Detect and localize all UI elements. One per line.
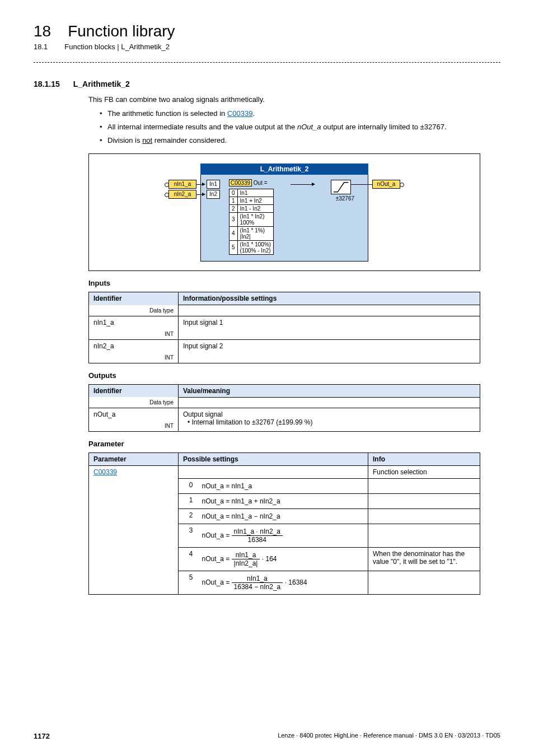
p4-post: · 164 bbox=[260, 555, 277, 563]
arrow-out bbox=[351, 184, 372, 185]
ft-3-t: (In1 * In2) 100% bbox=[237, 212, 274, 226]
chapter-header: 18 Function library bbox=[34, 22, 500, 40]
ft-4-n: 4 bbox=[229, 226, 238, 240]
in1-id: nIn1_a bbox=[89, 316, 179, 329]
ft-0-t: In1 bbox=[237, 189, 274, 197]
subsection-row: 18.1 Function blocks | L_Arithmetik_2 bbox=[34, 43, 500, 51]
ft-5-n: 5 bbox=[229, 240, 238, 254]
out1-desc-sub: • Internal limitation to ±32767 (±199.99… bbox=[183, 418, 313, 426]
p0-f: nOut_a = nIn1_a bbox=[198, 479, 368, 494]
page-number: 1172 bbox=[34, 732, 50, 740]
param-blank bbox=[179, 466, 368, 479]
param-funcsel: Function selection bbox=[368, 466, 480, 479]
p3-pre: nOut_a = bbox=[202, 531, 232, 539]
chapter-number: 18 bbox=[34, 22, 51, 40]
blank2 bbox=[179, 397, 480, 408]
diagram-frame: L_Arithmetik_2 nIn1_a nIn2_a In1 In2 C00… bbox=[88, 153, 480, 271]
inputs-table: Identifier Information/possible settings… bbox=[88, 292, 480, 363]
p3-den: 16384 bbox=[232, 536, 283, 544]
p2-n: 2 bbox=[179, 509, 198, 524]
in2-id: nIn2_a bbox=[89, 339, 179, 352]
out-header: C00339 Out = bbox=[229, 180, 268, 186]
outputs-heading: Outputs bbox=[88, 371, 500, 380]
function-table: 0In1 1In1 + In2 2In1 - In2 3(In1 * In2) … bbox=[229, 189, 274, 255]
outputs-table: Identifier Value/meaning Data type nOut_… bbox=[88, 384, 480, 432]
p4-pre: nOut_a = bbox=[202, 555, 232, 563]
p3-f: nOut_a = nIn1_a · nIn2_a16384 bbox=[198, 524, 368, 548]
bullet-3-u: not bbox=[142, 136, 152, 144]
p0-n: 0 bbox=[179, 479, 198, 494]
ft-0-n: 0 bbox=[229, 189, 238, 197]
p3-num: nIn1_a · nIn2_a bbox=[232, 528, 283, 536]
ft-3-n: 3 bbox=[229, 212, 238, 226]
out-eq: Out = bbox=[254, 180, 268, 186]
p3-n: 3 bbox=[179, 524, 198, 548]
link-c00339-2[interactable]: C00339 bbox=[93, 468, 117, 476]
chapter-title: Function library bbox=[68, 22, 175, 40]
ft-1-t: In1 + In2 bbox=[237, 197, 274, 204]
arrow-to-limiter bbox=[291, 184, 313, 185]
out1-dt: INT bbox=[89, 421, 179, 432]
p1-n: 1 bbox=[179, 494, 198, 509]
limiter-icon bbox=[331, 180, 351, 194]
section-heading: 18.1.15 L_Arithmetik_2 bbox=[34, 80, 500, 88]
in1-dt: INT bbox=[89, 329, 179, 340]
p5-den: 16384 − nIn2_a bbox=[232, 583, 283, 591]
bullet-3-post: remainder considered. bbox=[152, 136, 227, 144]
ft-4-t: (In1 * 1%) |In2| bbox=[237, 226, 274, 240]
param-code-cell: C00339 bbox=[89, 466, 179, 595]
arrow-in1-head bbox=[202, 183, 205, 186]
p4-frac: nIn1_a|nIn2_a| bbox=[232, 551, 260, 567]
th-possible: Possible settings bbox=[179, 453, 368, 466]
p1-info bbox=[368, 494, 480, 509]
p4-info: When the denominator has the value "0", … bbox=[368, 548, 480, 571]
bullet-1-pre: The arithmetic function is selected in bbox=[107, 109, 227, 118]
intro-text: This FB can combine two analog signals a… bbox=[88, 94, 500, 105]
port-out: nOut_a bbox=[372, 180, 400, 189]
arrow-to-limiter-head bbox=[312, 183, 315, 186]
limiter-label: ±32767 bbox=[336, 195, 354, 202]
subsection-title: Function blocks | L_Arithmetik_2 bbox=[64, 43, 170, 51]
th-info-settings: Information/possible settings bbox=[179, 292, 480, 305]
p5-f: nOut_a = nIn1_a16384 − nIn2_a · 16384 bbox=[198, 571, 368, 595]
bullet-1-post: . bbox=[252, 109, 255, 118]
bullet-2-pre: All internal intermediate results and th… bbox=[107, 123, 297, 131]
th-datatype-2: Data type bbox=[89, 397, 179, 408]
out1-id: nOut_a bbox=[89, 408, 179, 421]
p2-f: nOut_a = nIn1_a − nIn2_a bbox=[198, 509, 368, 524]
label-in2: In2 bbox=[207, 190, 220, 199]
function-block-diagram: L_Arithmetik_2 nIn1_a nIn2_a In1 In2 C00… bbox=[200, 164, 368, 262]
out1-desc: Output signal • Internal limitation to ±… bbox=[179, 408, 480, 432]
th-info: Info bbox=[368, 453, 480, 466]
out1-desc-main: Output signal bbox=[183, 410, 223, 418]
arrow-in2-head bbox=[202, 193, 205, 196]
parameter-heading: Parameter bbox=[88, 440, 500, 448]
p1-f: nOut_a = nIn1_a + nIn2_a bbox=[198, 494, 368, 509]
section-number: 18.1.15 bbox=[34, 80, 60, 88]
p4-f: nOut_a = nIn1_a|nIn2_a| · 164 bbox=[198, 548, 368, 571]
ft-2-n: 2 bbox=[229, 204, 238, 212]
p4-num: nIn1_a bbox=[232, 551, 260, 559]
p2-info bbox=[368, 509, 480, 524]
blank bbox=[179, 305, 480, 316]
in2-dt: INT bbox=[89, 352, 179, 363]
port-in1: nIn1_a bbox=[168, 180, 196, 189]
ft-2-t: In1 - In2 bbox=[237, 204, 274, 212]
label-in1: In1 bbox=[207, 180, 220, 189]
p3-info bbox=[368, 524, 480, 548]
bullet-list: The arithmetic function is selected in C… bbox=[100, 109, 500, 146]
p0-info bbox=[368, 479, 480, 494]
p5-pre: nOut_a = bbox=[202, 578, 232, 586]
link-c00339[interactable]: C00339 bbox=[227, 109, 253, 118]
footer-text: Lenze · 8400 protec HighLine · Reference… bbox=[278, 732, 500, 740]
in2-desc: Input signal 2 bbox=[179, 339, 480, 363]
p5-num: nIn1_a bbox=[232, 575, 283, 583]
in1-desc: Input signal 1 bbox=[179, 316, 480, 339]
p5-frac: nIn1_a16384 − nIn2_a bbox=[232, 575, 283, 591]
divider bbox=[34, 62, 500, 63]
p3-frac: nIn1_a · nIn2_a16384 bbox=[232, 528, 283, 544]
p4-den: |nIn2_a| bbox=[232, 559, 260, 567]
p5-post: · 16384 bbox=[283, 578, 307, 586]
ft-5-t: (In1 * 100%) (100% - In2) bbox=[237, 240, 274, 254]
bullet-3: Division is not remainder considered. bbox=[100, 136, 500, 146]
